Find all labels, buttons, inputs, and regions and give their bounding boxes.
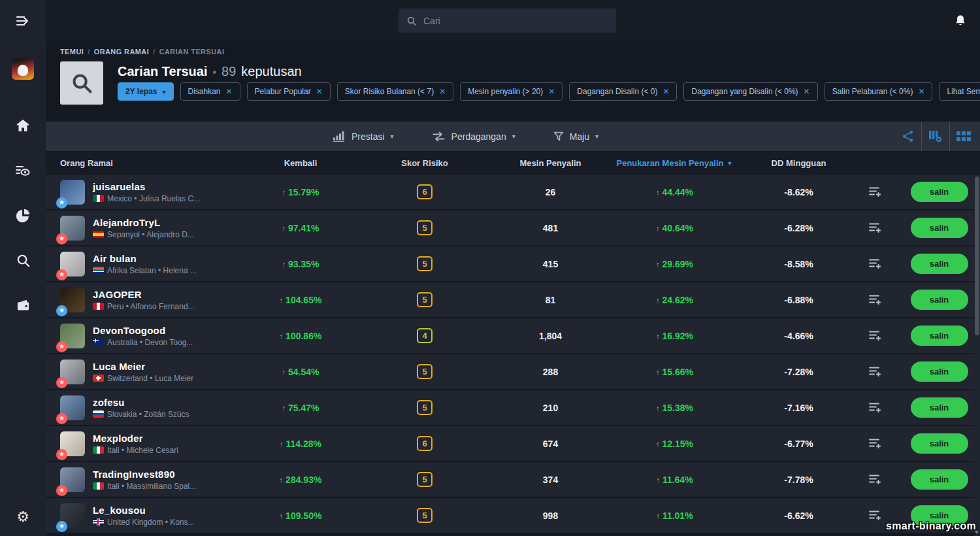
- filter-chip-copiers[interactable]: Mesin penyalin (> 20) ✕: [460, 82, 563, 101]
- close-icon[interactable]: ✕: [918, 87, 924, 96]
- table-row[interactable]: ★ Le_kousou United Kingdom • Kons... ↑ 1…: [46, 498, 980, 534]
- column-header-copiers[interactable]: Mesin Penyalin: [497, 158, 604, 168]
- copy-button[interactable]: salin: [911, 290, 968, 310]
- avatar[interactable]: ★: [60, 360, 85, 384]
- copy-button[interactable]: salin: [911, 218, 968, 238]
- edit-columns-button[interactable]: [922, 122, 949, 151]
- filter-chip-verified[interactable]: Disahkan ✕: [180, 82, 240, 101]
- expand-menu-button[interactable]: [0, 12, 46, 30]
- badge-star-icon: ★: [56, 377, 67, 388]
- copy-button[interactable]: salin: [911, 433, 968, 454]
- close-icon[interactable]: ✕: [804, 87, 810, 96]
- filter-chip-risk-score[interactable]: Skor Risiko Bulanan (< 7) ✕: [337, 82, 453, 101]
- add-to-watchlist-button[interactable]: [853, 402, 898, 413]
- column-header-people[interactable]: Orang Ramai: [46, 158, 248, 168]
- add-to-watchlist-button[interactable]: [853, 438, 898, 449]
- avatar[interactable]: ★: [60, 324, 85, 348]
- username-link[interactable]: Mexploder: [93, 433, 178, 444]
- add-to-watchlist-button[interactable]: [853, 294, 898, 305]
- search-input[interactable]: [423, 16, 608, 26]
- country-and-name: Afrika Selatan • Helena ...: [107, 266, 197, 275]
- table-row[interactable]: ★ TradingInvest890 Itali • Massimiliano …: [46, 462, 980, 498]
- avatar[interactable]: ★: [60, 467, 85, 492]
- username-link[interactable]: JAGOPER: [93, 289, 195, 300]
- avatar[interactable]: ★: [60, 216, 85, 241]
- filter-chip-trades-copied[interactable]: Dagangan yang Disalin (< 0%) ✕: [683, 82, 817, 101]
- table-row[interactable]: ★ DevonToogood Australia • Devon Toog...…: [46, 318, 980, 354]
- avatar[interactable]: ★: [60, 180, 85, 205]
- username-link[interactable]: TradingInvest890: [93, 469, 196, 480]
- username-link[interactable]: DevonToogood: [93, 325, 193, 336]
- table-row[interactable]: ★ AlejandroTryL Sepanyol • Alejandro D..…: [46, 210, 980, 246]
- column-header-weekly-dd[interactable]: DD Mingguan: [745, 158, 853, 168]
- filter-chip-copied-trades[interactable]: Dagangan Disalin (< 0) ✕: [569, 82, 677, 101]
- copy-button[interactable]: salin: [911, 182, 968, 202]
- up-arrow-icon: ↑: [280, 332, 284, 340]
- copy-button[interactable]: salin: [911, 469, 968, 490]
- table-row[interactable]: ★ JAGOPER Peru • Alfonso Fernand... ↑ 10…: [46, 282, 980, 318]
- add-to-watchlist-button[interactable]: [853, 510, 898, 521]
- breadcrumb-link-people[interactable]: ORANG RAMAI: [94, 48, 149, 56]
- sidebar-item-watchlist[interactable]: [0, 163, 46, 178]
- table-row[interactable]: ★ zofesu Slovakia • Zoltán Szücs ↑ 75.47…: [46, 390, 980, 426]
- add-to-watchlist-button[interactable]: [853, 474, 898, 485]
- notifications-button[interactable]: [954, 14, 967, 27]
- sidebar-item-search[interactable]: [0, 253, 46, 268]
- avatar[interactable]: ★: [60, 503, 85, 528]
- share-button[interactable]: [894, 122, 921, 151]
- copy-button[interactable]: salin: [911, 326, 968, 346]
- column-header-return[interactable]: Kembali: [248, 158, 353, 168]
- copy-button[interactable]: salin: [911, 397, 968, 418]
- avatar[interactable]: ★: [60, 431, 85, 456]
- avatar[interactable]: ★: [60, 252, 85, 276]
- copy-button[interactable]: salin: [911, 361, 968, 382]
- close-icon[interactable]: ✕: [316, 87, 323, 96]
- column-header-risk-score[interactable]: Skor Risiko: [353, 158, 497, 168]
- table-row[interactable]: ★ Air bulan Afrika Selatan • Helena ... …: [46, 246, 980, 282]
- sidebar-item-home[interactable]: [0, 118, 46, 133]
- tab-performance[interactable]: Prestasi ▾: [333, 131, 394, 142]
- global-search[interactable]: [399, 8, 616, 33]
- username-link[interactable]: Le_kousou: [93, 505, 195, 516]
- close-icon[interactable]: ✕: [439, 87, 446, 96]
- add-to-watchlist-button[interactable]: [853, 258, 898, 269]
- username-link[interactable]: zofesu: [93, 397, 189, 408]
- user-avatar[interactable]: [0, 58, 46, 80]
- filter-chip-copy-investment[interactable]: Salin Pelaburan (< 0%) ✕: [825, 82, 933, 101]
- sidebar-item-wallet[interactable]: [0, 297, 46, 312]
- filter-chip-popular-investor[interactable]: Pelabur Popular ✕: [247, 82, 331, 101]
- tab-advanced[interactable]: Maju ▾: [553, 131, 598, 142]
- user-info: Le_kousou United Kingdom • Kons...: [93, 505, 195, 527]
- close-icon[interactable]: ✕: [662, 87, 669, 96]
- table-row[interactable]: ★ Luca Meier Switzerland • Luca Meier ↑ …: [46, 354, 980, 390]
- username-link[interactable]: Luca Meier: [93, 361, 193, 372]
- username-link[interactable]: Air bulan: [93, 253, 197, 264]
- filter-chip-view-all[interactable]: Lihat Semua ▾: [939, 82, 980, 101]
- vertical-scrollbar[interactable]: [974, 175, 980, 536]
- close-icon[interactable]: ✕: [548, 87, 555, 96]
- add-to-watchlist-button[interactable]: [853, 330, 898, 341]
- username-link[interactable]: juisaruelas: [93, 181, 200, 192]
- add-to-watchlist-button[interactable]: [853, 366, 898, 377]
- sidebar-item-settings[interactable]: ⚙: [0, 509, 46, 526]
- filter-chip-period[interactable]: 2Y lepas ▾: [118, 82, 174, 101]
- user-info: Luca Meier Switzerland • Luca Meier: [93, 361, 193, 383]
- sidebar-item-portfolio[interactable]: [0, 208, 46, 223]
- table-row[interactable]: ★ juisaruelas Mexico • Julisa Ruelas C..…: [46, 175, 980, 210]
- grid-view-button[interactable]: [950, 122, 977, 151]
- column-header-copiers-change[interactable]: Penukaran Mesin Penyalin ▼: [604, 158, 745, 168]
- pie-chart-icon: [16, 208, 31, 223]
- avatar[interactable]: ★: [60, 288, 85, 312]
- copy-button[interactable]: salin: [911, 254, 968, 274]
- table-row[interactable]: ★ Mexploder Itali • Michele Cesari ↑ 114…: [46, 426, 980, 462]
- tab-trading[interactable]: Perdagangan ▾: [432, 131, 515, 142]
- avatar[interactable]: ★: [60, 395, 85, 420]
- add-to-watchlist-button[interactable]: [853, 222, 898, 233]
- breadcrumb-link-discover[interactable]: TEMUI: [60, 48, 84, 56]
- country-flag-icon: [93, 482, 104, 490]
- country-flag-icon: [93, 410, 104, 418]
- scrollbar-thumb[interactable]: [975, 176, 979, 335]
- close-icon[interactable]: ✕: [226, 87, 233, 96]
- username-link[interactable]: AlejandroTryL: [93, 217, 194, 228]
- add-to-watchlist-button[interactable]: [853, 186, 898, 197]
